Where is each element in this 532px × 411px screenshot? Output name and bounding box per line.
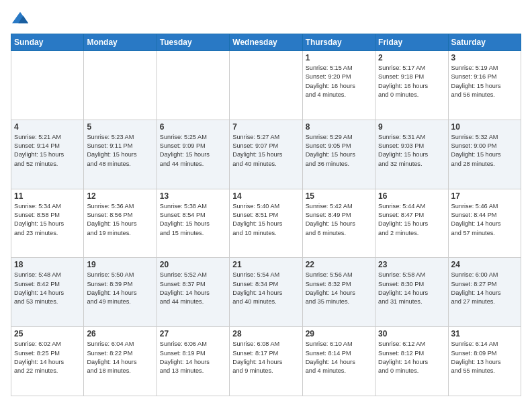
calendar-cell: 2Sunrise: 5:17 AM Sunset: 9:18 PM Daylig… (375, 51, 448, 120)
calendar-header-wednesday: Wednesday (230, 34, 302, 51)
calendar-cell: 16Sunrise: 5:44 AM Sunset: 8:47 PM Dayli… (375, 189, 448, 258)
day-number: 27 (160, 329, 226, 338)
calendar-cell: 28Sunrise: 6:08 AM Sunset: 8:17 PM Dayli… (230, 327, 302, 396)
calendar-cell: 9Sunrise: 5:31 AM Sunset: 9:03 PM Daylig… (375, 120, 448, 189)
day-number: 29 (306, 329, 372, 338)
day-info: Sunrise: 5:32 AM Sunset: 9:00 PM Dayligh… (451, 133, 518, 169)
calendar-cell: 23Sunrise: 5:58 AM Sunset: 8:30 PM Dayli… (375, 258, 448, 327)
day-info: Sunrise: 5:23 AM Sunset: 9:11 PM Dayligh… (87, 133, 153, 169)
day-info: Sunrise: 5:58 AM Sunset: 8:30 PM Dayligh… (378, 271, 445, 306)
calendar-cell: 17Sunrise: 5:46 AM Sunset: 8:44 PM Dayli… (448, 189, 521, 258)
day-info: Sunrise: 6:00 AM Sunset: 8:27 PM Dayligh… (451, 271, 518, 306)
day-number: 19 (87, 260, 153, 269)
day-number: 21 (232, 260, 299, 269)
calendar-cell: 26Sunrise: 6:04 AM Sunset: 8:22 PM Dayli… (84, 327, 157, 396)
calendar-header-row: SundayMondayTuesdayWednesdayThursdayFrid… (11, 34, 521, 51)
calendar-cell: 4Sunrise: 5:21 AM Sunset: 9:14 PM Daylig… (11, 120, 84, 189)
calendar-cell: 15Sunrise: 5:42 AM Sunset: 8:49 PM Dayli… (302, 189, 375, 258)
day-number: 2 (378, 53, 445, 62)
day-info: Sunrise: 5:56 AM Sunset: 8:32 PM Dayligh… (306, 271, 372, 306)
day-info: Sunrise: 6:12 AM Sunset: 8:12 PM Dayligh… (378, 340, 445, 375)
calendar-cell (11, 51, 84, 120)
day-info: Sunrise: 6:08 AM Sunset: 8:17 PM Dayligh… (232, 340, 299, 375)
day-number: 30 (378, 329, 445, 338)
day-info: Sunrise: 6:10 AM Sunset: 8:14 PM Dayligh… (306, 340, 372, 375)
day-info: Sunrise: 5:15 AM Sunset: 9:20 PM Dayligh… (306, 64, 372, 99)
day-number: 26 (87, 329, 153, 338)
day-number: 7 (232, 122, 299, 132)
calendar-week-5: 25Sunrise: 6:02 AM Sunset: 8:25 PM Dayli… (11, 327, 521, 396)
logo-icon (11, 11, 30, 27)
calendar-cell: 25Sunrise: 6:02 AM Sunset: 8:25 PM Dayli… (11, 327, 84, 396)
calendar-header-sunday: Sunday (11, 34, 84, 51)
day-number: 12 (87, 191, 153, 201)
calendar-cell: 7Sunrise: 5:27 AM Sunset: 9:07 PM Daylig… (230, 120, 302, 189)
calendar-cell: 3Sunrise: 5:19 AM Sunset: 9:16 PM Daylig… (448, 51, 521, 120)
day-info: Sunrise: 6:04 AM Sunset: 8:22 PM Dayligh… (87, 340, 153, 375)
calendar-cell: 14Sunrise: 5:40 AM Sunset: 8:51 PM Dayli… (230, 189, 302, 258)
day-number: 13 (160, 191, 226, 201)
day-info: Sunrise: 5:19 AM Sunset: 9:16 PM Dayligh… (451, 64, 518, 99)
calendar-header-tuesday: Tuesday (157, 34, 229, 51)
page: SundayMondayTuesdayWednesdayThursdayFrid… (0, 0, 532, 411)
calendar-cell: 27Sunrise: 6:06 AM Sunset: 8:19 PM Dayli… (157, 327, 229, 396)
calendar-cell: 13Sunrise: 5:38 AM Sunset: 8:54 PM Dayli… (157, 189, 229, 258)
calendar-cell (157, 51, 229, 120)
day-number: 4 (14, 122, 81, 132)
day-number: 15 (306, 191, 372, 201)
calendar-cell: 19Sunrise: 5:50 AM Sunset: 8:39 PM Dayli… (84, 258, 157, 327)
day-info: Sunrise: 5:27 AM Sunset: 9:07 PM Dayligh… (232, 133, 299, 169)
day-number: 18 (14, 260, 81, 269)
day-info: Sunrise: 5:42 AM Sunset: 8:49 PM Dayligh… (306, 202, 372, 238)
calendar-cell: 31Sunrise: 6:14 AM Sunset: 8:09 PM Dayli… (448, 327, 521, 396)
day-number: 23 (378, 260, 445, 269)
day-info: Sunrise: 5:46 AM Sunset: 8:44 PM Dayligh… (451, 202, 518, 238)
day-info: Sunrise: 5:40 AM Sunset: 8:51 PM Dayligh… (232, 202, 299, 238)
calendar-cell: 21Sunrise: 5:54 AM Sunset: 8:34 PM Dayli… (230, 258, 302, 327)
day-info: Sunrise: 6:14 AM Sunset: 8:09 PM Dayligh… (451, 340, 518, 375)
calendar-week-2: 4Sunrise: 5:21 AM Sunset: 9:14 PM Daylig… (11, 120, 521, 189)
calendar: SundayMondayTuesdayWednesdayThursdayFrid… (11, 34, 521, 396)
calendar-cell: 10Sunrise: 5:32 AM Sunset: 9:00 PM Dayli… (448, 120, 521, 189)
calendar-cell: 11Sunrise: 5:34 AM Sunset: 8:58 PM Dayli… (11, 189, 84, 258)
calendar-cell: 22Sunrise: 5:56 AM Sunset: 8:32 PM Dayli… (302, 258, 375, 327)
calendar-header-saturday: Saturday (448, 34, 521, 51)
calendar-cell (84, 51, 157, 120)
day-info: Sunrise: 5:17 AM Sunset: 9:18 PM Dayligh… (378, 64, 445, 99)
day-info: Sunrise: 6:02 AM Sunset: 8:25 PM Dayligh… (14, 340, 81, 375)
day-number: 25 (14, 329, 81, 338)
day-info: Sunrise: 5:38 AM Sunset: 8:54 PM Dayligh… (160, 202, 226, 238)
calendar-cell: 5Sunrise: 5:23 AM Sunset: 9:11 PM Daylig… (84, 120, 157, 189)
day-info: Sunrise: 5:25 AM Sunset: 9:09 PM Dayligh… (160, 133, 226, 169)
day-number: 16 (378, 191, 445, 201)
day-number: 17 (451, 191, 518, 201)
day-info: Sunrise: 5:50 AM Sunset: 8:39 PM Dayligh… (87, 271, 153, 306)
day-number: 22 (306, 260, 372, 269)
day-number: 11 (14, 191, 81, 201)
day-number: 20 (160, 260, 226, 269)
day-number: 31 (451, 329, 518, 338)
day-number: 8 (306, 122, 372, 132)
logo (11, 11, 32, 27)
calendar-week-1: 1Sunrise: 5:15 AM Sunset: 9:20 PM Daylig… (11, 51, 521, 120)
day-number: 6 (160, 122, 226, 132)
day-info: Sunrise: 5:34 AM Sunset: 8:58 PM Dayligh… (14, 202, 81, 238)
day-number: 10 (451, 122, 518, 132)
day-info: Sunrise: 5:44 AM Sunset: 8:47 PM Dayligh… (378, 202, 445, 238)
day-number: 14 (232, 191, 299, 201)
day-number: 1 (306, 53, 372, 62)
calendar-cell: 8Sunrise: 5:29 AM Sunset: 9:05 PM Daylig… (302, 120, 375, 189)
day-info: Sunrise: 5:54 AM Sunset: 8:34 PM Dayligh… (232, 271, 299, 306)
calendar-header-monday: Monday (84, 34, 157, 51)
day-info: Sunrise: 5:21 AM Sunset: 9:14 PM Dayligh… (14, 133, 81, 169)
day-info: Sunrise: 5:36 AM Sunset: 8:56 PM Dayligh… (87, 202, 153, 238)
day-info: Sunrise: 5:29 AM Sunset: 9:05 PM Dayligh… (306, 133, 372, 169)
calendar-header-thursday: Thursday (302, 34, 375, 51)
day-number: 5 (87, 122, 153, 132)
day-number: 3 (451, 53, 518, 62)
calendar-week-4: 18Sunrise: 5:48 AM Sunset: 8:42 PM Dayli… (11, 258, 521, 327)
day-info: Sunrise: 5:52 AM Sunset: 8:37 PM Dayligh… (160, 271, 226, 306)
day-info: Sunrise: 6:06 AM Sunset: 8:19 PM Dayligh… (160, 340, 226, 375)
day-info: Sunrise: 5:48 AM Sunset: 8:42 PM Dayligh… (14, 271, 81, 306)
calendar-cell: 30Sunrise: 6:12 AM Sunset: 8:12 PM Dayli… (375, 327, 448, 396)
